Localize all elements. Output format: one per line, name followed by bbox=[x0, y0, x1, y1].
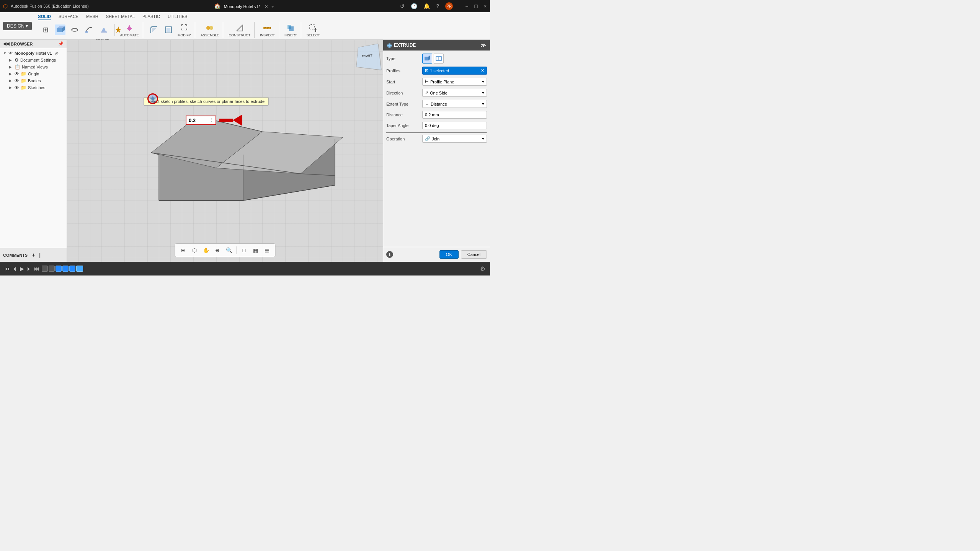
distance-input-box[interactable]: ⋮ bbox=[186, 116, 216, 125]
display-mode-button[interactable]: □ bbox=[239, 245, 249, 255]
direction-value[interactable]: ↗ One Side ▾ bbox=[422, 89, 487, 97]
browser-item-bodies[interactable]: ▶ 👁 📁 Bodies bbox=[0, 77, 67, 84]
sketch-tooltip: Select sketch profiles, sketch curves or… bbox=[144, 97, 269, 106]
timeline-play-button[interactable]: ▶ bbox=[20, 266, 24, 272]
browser-content: ▼ 👁 Monopoly Hotel v1 ◎ ▶ ⚙ Document Set… bbox=[0, 48, 67, 248]
profile-avatar[interactable]: PR bbox=[445, 2, 453, 10]
help-icon[interactable]: ? bbox=[436, 3, 439, 9]
timeline-step-5[interactable] bbox=[69, 266, 75, 272]
revolve-button[interactable] bbox=[68, 24, 82, 36]
profiles-value[interactable]: ⊡ 1 selected ✕ bbox=[422, 67, 487, 75]
tab-surface[interactable]: SURFACE bbox=[59, 14, 78, 20]
timeline-step-2[interactable] bbox=[49, 266, 55, 272]
browser-item-named-views[interactable]: ▶ 📋 Named Views bbox=[0, 64, 67, 70]
look-at-button[interactable]: ⊕ bbox=[212, 245, 222, 255]
orbit-dropdown[interactable]: ⬡ bbox=[189, 245, 199, 255]
viewport-bottom-toolbar: ⊕ ⬡ ✋ ⊕ 🔍 □ ▦ ▤ bbox=[175, 243, 275, 257]
timeline-start-button[interactable]: ⏮ bbox=[5, 266, 10, 272]
pin-icon[interactable]: 📌 bbox=[58, 41, 64, 46]
browser-item-origin[interactable]: ▶ 👁 📁 Origin bbox=[0, 70, 67, 77]
ok-button[interactable]: OK bbox=[439, 250, 459, 259]
timeline-step-1[interactable] bbox=[42, 266, 48, 272]
zoom-button[interactable]: 🔍 bbox=[224, 245, 234, 255]
inspect-label: INSPECT bbox=[260, 33, 275, 37]
type-label: Type bbox=[386, 56, 421, 61]
tab-utilities[interactable]: UTILITIES bbox=[168, 14, 187, 20]
automate-label: AUTOMATE bbox=[120, 33, 139, 37]
tab-mesh[interactable]: MESH bbox=[86, 14, 98, 20]
automate-button[interactable]: AUTOMATE bbox=[119, 22, 140, 38]
loft-button[interactable] bbox=[97, 24, 111, 36]
tab-sheet-metal[interactable]: SHEET METAL bbox=[106, 14, 135, 20]
start-dropdown-icon[interactable]: ▾ bbox=[482, 79, 484, 84]
sweep-button[interactable] bbox=[82, 24, 96, 36]
grid-button[interactable]: ▦ bbox=[250, 245, 260, 255]
close-tab-icon[interactable]: ✕ bbox=[265, 4, 268, 9]
timeline-next-button[interactable]: ⏵ bbox=[26, 266, 32, 272]
collapse-browser-icon[interactable]: ◀◀ bbox=[3, 41, 9, 46]
target-icon[interactable]: ◎ bbox=[55, 51, 59, 55]
main-area: ◀◀ BROWSER 📌 ▼ 👁 Monopoly Hotel v1 ◎ ▶ ⚙… bbox=[0, 40, 490, 262]
panel-expand-icon[interactable]: ≫ bbox=[480, 42, 486, 48]
notification-icon[interactable]: 🔔 bbox=[423, 3, 430, 9]
type-surface-icon[interactable] bbox=[434, 54, 444, 64]
viewcube-front-label[interactable]: FRONT bbox=[362, 54, 372, 58]
browser-item-root[interactable]: ▼ 👁 Monopoly Hotel v1 ◎ bbox=[0, 50, 67, 57]
orbit-button[interactable]: ⊕ bbox=[178, 245, 188, 255]
minimize-button[interactable]: − bbox=[465, 3, 468, 9]
extent-type-dropdown-icon[interactable]: ▾ bbox=[482, 101, 484, 106]
tab-plastic[interactable]: PLASTIC bbox=[142, 14, 160, 20]
new-component-button[interactable]: ⊞ bbox=[39, 24, 52, 36]
visibility-icon[interactable]: 👁 bbox=[8, 51, 13, 56]
modify-more-button[interactable]: ⛶ MODIFY bbox=[176, 22, 193, 38]
shell-button[interactable] bbox=[162, 24, 175, 36]
taper-angle-value-field[interactable]: 0.0 deg bbox=[422, 122, 487, 129]
operation-value[interactable]: 🔗 Join ▾ bbox=[422, 135, 487, 143]
close-button[interactable]: × bbox=[484, 3, 487, 9]
tab-solid[interactable]: SOLID bbox=[38, 14, 51, 20]
cancel-button[interactable]: Cancel bbox=[461, 250, 487, 259]
add-tab-icon[interactable]: ＋ bbox=[271, 4, 275, 9]
viewport[interactable]: Select sketch profiles, sketch curves or… bbox=[67, 40, 383, 262]
timeline-step-3[interactable] bbox=[56, 266, 62, 272]
inspect-button[interactable]: INSPECT bbox=[258, 22, 276, 38]
input-menu-icon[interactable]: ⋮ bbox=[209, 118, 213, 123]
history-icon[interactable]: 🕐 bbox=[411, 3, 417, 9]
pan-button[interactable]: ✋ bbox=[201, 245, 211, 255]
fillet-button[interactable] bbox=[147, 24, 161, 36]
insert-button[interactable]: INSERT bbox=[283, 22, 299, 38]
refresh-icon[interactable]: ↺ bbox=[400, 3, 405, 9]
add-comment-icon[interactable]: ＋ bbox=[31, 252, 36, 259]
sketches-visibility-icon[interactable]: 👁 bbox=[15, 85, 19, 90]
assemble-button[interactable]: ASSEMBLE bbox=[199, 22, 221, 38]
collapse-comments-icon[interactable]: | bbox=[39, 252, 41, 258]
extrude-button[interactable] bbox=[53, 24, 67, 36]
operation-dropdown-icon[interactable]: ▾ bbox=[482, 136, 484, 141]
select-button[interactable]: SELECT bbox=[305, 22, 322, 38]
start-value[interactable]: ⊢ Profile Plane ▾ bbox=[422, 78, 487, 86]
origin-visibility-icon[interactable]: 👁 bbox=[15, 71, 19, 77]
type-solid-icon[interactable] bbox=[422, 54, 432, 64]
browser-item-doc-settings[interactable]: ▶ ⚙ Document Settings bbox=[0, 57, 67, 64]
construct-button[interactable]: CONSTRUCT bbox=[227, 22, 252, 38]
info-button[interactable]: ℹ bbox=[386, 251, 393, 258]
origin-folder-icon: 📁 bbox=[21, 71, 26, 77]
settings-icon-right[interactable]: ⚙ bbox=[480, 265, 485, 272]
bodies-visibility-icon[interactable]: 👁 bbox=[15, 78, 19, 83]
timeline-step-4[interactable] bbox=[62, 266, 69, 272]
design-dropdown[interactable]: DESIGN ▾ bbox=[3, 22, 32, 30]
direction-dropdown-icon[interactable]: ▾ bbox=[482, 90, 484, 95]
distance-value-field[interactable]: 0.2 mm bbox=[422, 111, 487, 119]
timeline-step-current[interactable] bbox=[76, 266, 83, 272]
sketches-folder-icon: 📁 bbox=[21, 85, 26, 90]
view-cube[interactable]: FRONT bbox=[356, 44, 382, 70]
timeline-prev-button[interactable]: ⏴ bbox=[12, 266, 18, 272]
comments-panel: COMMENTS ＋ | bbox=[0, 248, 67, 262]
display-settings-button[interactable]: ▤ bbox=[262, 245, 272, 255]
maximize-button[interactable]: □ bbox=[474, 3, 477, 9]
extent-type-value[interactable]: ↔ Distance ▾ bbox=[422, 100, 487, 108]
browser-item-sketches[interactable]: ▶ 👁 📁 Sketches bbox=[0, 84, 67, 91]
clear-profiles-icon[interactable]: ✕ bbox=[481, 68, 484, 73]
distance-input[interactable] bbox=[189, 117, 208, 123]
timeline-end-button[interactable]: ⏭ bbox=[34, 266, 39, 272]
